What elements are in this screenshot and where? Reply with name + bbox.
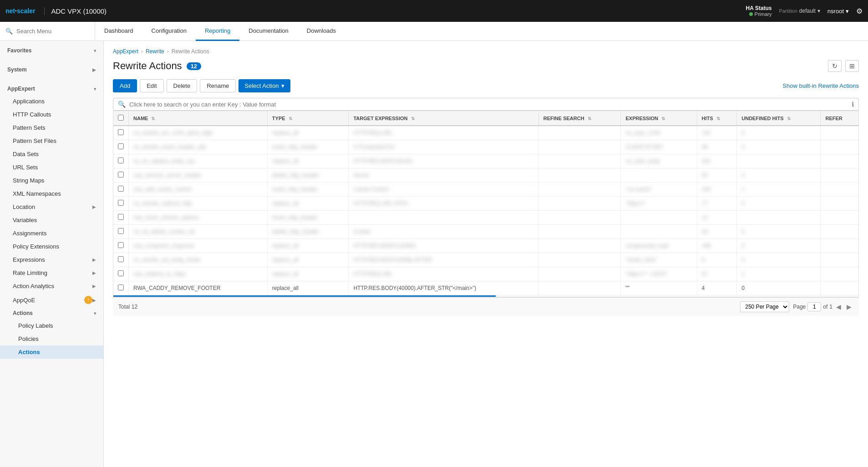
sidebar-favorites-header[interactable]: Favorites ▾ <box>0 45 103 56</box>
page-nav: Page of 1 ◀ ▶ <box>793 302 853 311</box>
sidebar-item-actions[interactable]: Actions <box>0 345 103 359</box>
th-target-expression[interactable]: TARGET EXPRESSION ⇅ <box>349 111 538 126</box>
row-checkbox-cell[interactable] <box>113 168 129 183</box>
nav-item-configuration[interactable]: Configuration <box>142 22 196 41</box>
sidebar-item-assignments[interactable]: Assignments <box>0 227 103 240</box>
row-checkbox-cell[interactable] <box>113 197 129 211</box>
select-action-button[interactable]: Select Action ▾ <box>239 79 290 92</box>
pagination: 250 Per Page 50 Per Page 100 Per Page Pa… <box>740 301 853 312</box>
sidebar-rewrite-header[interactable]: Actions ▾ <box>0 307 103 319</box>
sidebar-item-pattern-sets[interactable]: Pattern Sets <box>0 121 103 134</box>
search-input[interactable] <box>16 28 89 35</box>
row-checkbox[interactable] <box>118 214 124 220</box>
sidebar-item-pattern-set-files[interactable]: Pattern Set Files <box>0 134 103 147</box>
sidebar-item-variables[interactable]: Variables <box>0 213 103 227</box>
table-row[interactable]: ns_rewrite_redirect_httpreplace_allHTTP.… <box>113 197 858 211</box>
row-checkbox-cell[interactable] <box>113 154 129 168</box>
next-page-button[interactable]: ▶ <box>845 302 853 311</box>
sidebar-item-policy-extensions[interactable]: Policy Extensions <box>0 240 103 253</box>
table-row[interactable]: ns_rewrite_set_body_footerreplace_allHTT… <box>113 253 858 267</box>
page-input[interactable] <box>807 302 821 311</box>
search-input[interactable] <box>129 101 848 108</box>
nav-item-documentation[interactable]: Documentation <box>239 22 297 41</box>
sidebar-item-rate-limiting[interactable]: Rate Limiting ▶ <box>0 266 103 279</box>
refresh-button[interactable]: ↻ <box>828 60 842 72</box>
table-row[interactable]: rwa_redirect_to_httpsreplace_allHTTP.REQ… <box>113 267 858 281</box>
blurred-cell: 67 <box>697 267 737 281</box>
th-refer[interactable]: REFER <box>821 111 858 126</box>
blurred-cell <box>538 225 621 239</box>
row-checkbox-cell[interactable] <box>113 225 129 239</box>
sidebar-item-appqoe[interactable]: AppQoE ! ▶ <box>0 293 103 307</box>
row-checkbox[interactable] <box>118 200 124 206</box>
blurred-cell: ns_rw_delete_cookie_val <box>129 225 268 239</box>
table-row[interactable]: ns_rw_delete_cookie_valdelete_http_heade… <box>113 225 858 239</box>
sidebar-item-applications[interactable]: Applications <box>0 95 103 108</box>
sidebar-item-policies[interactable]: Policies <box>0 332 103 345</box>
row-checkbox-cell[interactable] <box>113 253 129 267</box>
row-checkbox[interactable] <box>118 129 124 135</box>
nav-item-reporting[interactable]: Reporting <box>196 22 239 41</box>
prev-page-button[interactable]: ◀ <box>834 302 843 311</box>
per-page-select[interactable]: 250 Per Page 50 Per Page 100 Per Page <box>740 301 789 312</box>
sidebar-appexpert-header[interactable]: AppExpert ▾ <box>0 83 103 95</box>
row-checkbox-cell[interactable] <box>113 239 129 253</box>
row-checkbox-cell[interactable] <box>113 183 129 197</box>
last-row-checkbox[interactable] <box>118 284 124 290</box>
row-checkbox-cell[interactable] <box>113 140 129 154</box>
select-all-checkbox[interactable] <box>118 115 124 121</box>
row-checkbox-cell[interactable] <box>113 267 129 281</box>
th-name[interactable]: NAME ⇅ <box>129 111 268 126</box>
th-undefined-hits[interactable]: UNDEFINED HITS ⇅ <box>737 111 821 126</box>
sidebar-item-xml-namespaces[interactable]: XML Namespaces <box>0 187 103 200</box>
row-checkbox[interactable] <box>118 157 124 163</box>
row-checkbox[interactable] <box>118 186 124 192</box>
show-builtin-link[interactable]: Show built-in Rewrite Actions <box>782 82 859 89</box>
sidebar-item-url-sets[interactable]: URL Sets <box>0 161 103 174</box>
user-menu[interactable]: nsroot ▾ <box>827 8 849 15</box>
sidebar-item-string-maps[interactable]: String Maps <box>0 174 103 187</box>
row-checkbox[interactable] <box>118 270 124 276</box>
table-row[interactable]: ns_rewrite_insert_header_abcinsert_http_… <box>113 140 858 154</box>
th-refine-search[interactable]: REFINE SEARCH ⇅ <box>538 111 621 126</box>
row-checkbox[interactable] <box>118 228 124 234</box>
edit-button[interactable]: Edit <box>140 79 163 92</box>
th-type[interactable]: TYPE ⇅ <box>267 111 349 126</box>
sidebar-item-location[interactable]: Location ▶ <box>0 200 103 213</box>
row-checkbox[interactable] <box>118 256 124 262</box>
sidebar-item-policy-labels[interactable]: Policy Labels <box>0 319 103 332</box>
row-checkbox[interactable] <box>118 242 124 248</box>
nav-item-downloads[interactable]: Downloads <box>298 22 345 41</box>
blurred-cell: replace_all <box>267 126 349 140</box>
table-row-last[interactable]: RWA_CADDY_REMOVE_FOOTERreplace_allHTTP.R… <box>113 281 858 295</box>
export-button[interactable]: ⊞ <box>845 60 859 72</box>
delete-button[interactable]: Delete <box>167 79 198 92</box>
sidebar-system-header[interactable]: System ▶ <box>0 64 103 76</box>
row-checkbox[interactable] <box>118 143 124 149</box>
row-checkbox[interactable] <box>118 172 124 178</box>
rename-button[interactable]: Rename <box>200 79 236 92</box>
sidebar-item-action-analytics[interactable]: Action Analytics ▶ <box>0 279 103 293</box>
row-checkbox-cell[interactable] <box>113 126 129 140</box>
th-hits[interactable]: HITS ⇅ <box>697 111 737 126</box>
breadcrumb-rewrite[interactable]: Rewrite <box>146 48 164 55</box>
sidebar-item-expressions[interactable]: Expressions ▶ <box>0 253 103 266</box>
table-row[interactable]: ns_rw_replace_body_xyzreplace_allHTTP.RE… <box>113 154 858 168</box>
th-select-all[interactable] <box>113 111 129 126</box>
table-row[interactable]: rwa_compress_responsereplace_allHTTP.RES… <box>113 239 858 253</box>
partition[interactable]: Partition default ▾ <box>779 8 820 14</box>
table-row[interactable]: rwa_insert_xframe_optionsinsert_http_hea… <box>113 211 858 225</box>
row-checkbox-cell[interactable] <box>113 211 129 225</box>
settings-icon[interactable]: ⚙ <box>856 7 863 15</box>
nav-item-dashboard[interactable]: Dashboard <box>95 22 142 41</box>
table-row[interactable]: rwa_remove_server_headerdelete_http_head… <box>113 168 858 183</box>
breadcrumb-appexpert[interactable]: AppExpert <box>113 48 138 55</box>
top-bar-right: HA Status Primary Partition default ▾ ns… <box>746 5 863 17</box>
table-row[interactable]: rwa_add_cache_controlinsert_http_headerC… <box>113 183 858 197</box>
add-button[interactable]: Add <box>113 79 137 92</box>
last-row-checkbox-cell[interactable] <box>113 281 129 295</box>
th-expression[interactable]: EXPRESSION ⇅ <box>621 111 697 126</box>
sidebar-item-http-callouts[interactable]: HTTP Callouts <box>0 108 103 121</box>
sidebar-item-data-sets[interactable]: Data Sets <box>0 147 103 161</box>
table-row[interactable]: ns_rewrite_act_1234_abcd_efghreplace_all… <box>113 126 858 140</box>
